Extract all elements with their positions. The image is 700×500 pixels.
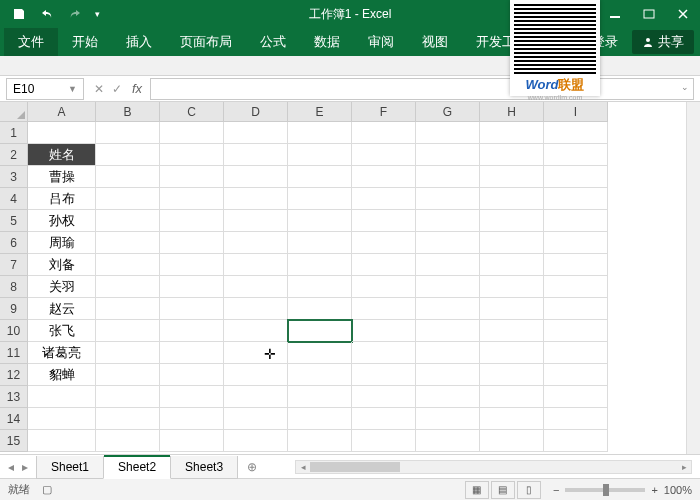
row-header-14[interactable]: 14 [0,408,28,430]
cell-A4[interactable]: 吕布 [28,188,96,210]
cell-B4[interactable] [96,188,160,210]
cell-H1[interactable] [480,122,544,144]
tab-data[interactable]: 数据 [300,28,354,56]
minimize-button[interactable] [598,0,632,28]
cell-E7[interactable] [288,254,352,276]
cell-G6[interactable] [416,232,480,254]
cell-A10[interactable]: 张飞 [28,320,96,342]
cell-A7[interactable]: 刘备 [28,254,96,276]
col-header-F[interactable]: F [352,102,416,122]
col-header-G[interactable]: G [416,102,480,122]
row-header-6[interactable]: 6 [0,232,28,254]
cell-E15[interactable] [288,430,352,452]
sheet-prev-button[interactable]: ◂ [8,460,14,474]
close-button[interactable] [666,0,700,28]
cell-C10[interactable] [160,320,224,342]
sheet-tab-sheet1[interactable]: Sheet1 [36,456,104,479]
cell-B8[interactable] [96,276,160,298]
cell-I11[interactable] [544,342,608,364]
formula-input[interactable]: ⌄ [150,78,694,100]
row-header-5[interactable]: 5 [0,210,28,232]
cell-I10[interactable] [544,320,608,342]
cell-B6[interactable] [96,232,160,254]
cell-H3[interactable] [480,166,544,188]
share-button[interactable]: 共享 [632,30,694,54]
cell-E6[interactable] [288,232,352,254]
cell-D5[interactable] [224,210,288,232]
cell-B9[interactable] [96,298,160,320]
cell-C6[interactable] [160,232,224,254]
cell-A6[interactable]: 周瑜 [28,232,96,254]
maximize-button[interactable] [632,0,666,28]
cell-G8[interactable] [416,276,480,298]
cell-E9[interactable] [288,298,352,320]
cell-H5[interactable] [480,210,544,232]
cancel-formula-button[interactable]: ✕ [94,82,104,96]
cell-F4[interactable] [352,188,416,210]
cell-H12[interactable] [480,364,544,386]
cell-E13[interactable] [288,386,352,408]
cell-E12[interactable] [288,364,352,386]
cell-D1[interactable] [224,122,288,144]
cell-F2[interactable] [352,144,416,166]
cell-C2[interactable] [160,144,224,166]
row-header-3[interactable]: 3 [0,166,28,188]
cell-B3[interactable] [96,166,160,188]
cell-F8[interactable] [352,276,416,298]
cell-I13[interactable] [544,386,608,408]
row-header-15[interactable]: 15 [0,430,28,452]
cell-H15[interactable] [480,430,544,452]
cell-F13[interactable] [352,386,416,408]
cell-A13[interactable] [28,386,96,408]
col-header-A[interactable]: A [28,102,96,122]
cell-B2[interactable] [96,144,160,166]
tab-file[interactable]: 文件 [4,28,58,56]
scroll-right-icon[interactable]: ▸ [677,462,691,472]
zoom-out-button[interactable]: − [553,484,559,496]
cell-I2[interactable] [544,144,608,166]
cell-G7[interactable] [416,254,480,276]
tab-insert[interactable]: 插入 [112,28,166,56]
cell-B12[interactable] [96,364,160,386]
cell-B1[interactable] [96,122,160,144]
cell-G9[interactable] [416,298,480,320]
cell-G1[interactable] [416,122,480,144]
cell-C13[interactable] [160,386,224,408]
name-box[interactable]: E10 ▼ [6,78,84,100]
cell-D6[interactable] [224,232,288,254]
macro-record-icon[interactable]: ▢ [42,483,52,496]
cell-C3[interactable] [160,166,224,188]
cell-B5[interactable] [96,210,160,232]
cell-C4[interactable] [160,188,224,210]
cell-F11[interactable] [352,342,416,364]
cell-F5[interactable] [352,210,416,232]
cell-A14[interactable] [28,408,96,430]
cell-D3[interactable] [224,166,288,188]
cell-F10[interactable] [352,320,416,342]
cell-D14[interactable] [224,408,288,430]
cell-A3[interactable]: 曹操 [28,166,96,188]
accept-formula-button[interactable]: ✓ [112,82,122,96]
cell-A12[interactable]: 貂蝉 [28,364,96,386]
cell-A2[interactable]: 姓名 [28,144,96,166]
cell-E11[interactable] [288,342,352,364]
cell-E3[interactable] [288,166,352,188]
cell-I9[interactable] [544,298,608,320]
cell-G5[interactable] [416,210,480,232]
cell-G2[interactable] [416,144,480,166]
vertical-scrollbar[interactable] [686,102,700,454]
cell-A11[interactable]: 诸葛亮 [28,342,96,364]
row-header-7[interactable]: 7 [0,254,28,276]
redo-button[interactable] [62,3,88,25]
row-header-8[interactable]: 8 [0,276,28,298]
cell-F3[interactable] [352,166,416,188]
cell-C12[interactable] [160,364,224,386]
cell-D13[interactable] [224,386,288,408]
cell-B10[interactable] [96,320,160,342]
cell-I14[interactable] [544,408,608,430]
cell-I5[interactable] [544,210,608,232]
cell-I4[interactable] [544,188,608,210]
sheet-tab-sheet2[interactable]: Sheet2 [103,456,171,479]
scroll-left-icon[interactable]: ◂ [296,462,310,472]
expand-formula-icon[interactable]: ⌄ [681,82,689,92]
